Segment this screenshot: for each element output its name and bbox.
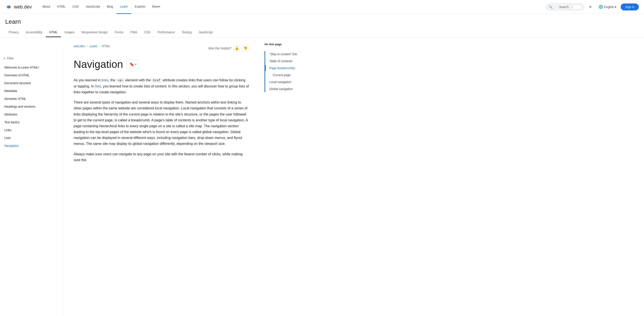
- breadcrumb-sep-2: ›: [99, 44, 100, 48]
- nav-right: 🔍 Search / ☀ 🌐 English ▾ Sign in: [546, 3, 639, 11]
- tab-images[interactable]: Images: [61, 28, 78, 37]
- thumbs-down-icon: 👎: [243, 46, 248, 50]
- toc-skip-to-content[interactable]: "Skip to content" link: [265, 51, 311, 57]
- nav-css[interactable]: CSS: [69, 0, 82, 14]
- tab-css[interactable]: CSS: [141, 28, 154, 37]
- breadcrumb-sep-1: ›: [87, 44, 88, 48]
- logo-area[interactable]: web.dev: [5, 3, 32, 10]
- href-attr-code: href: [152, 78, 162, 83]
- search-shortcut: /: [570, 5, 582, 9]
- nav-javascript[interactable]: JavaScript: [82, 0, 103, 14]
- sidebar-item-links[interactable]: Links: [0, 126, 63, 134]
- sun-icon: ☀: [589, 4, 592, 9]
- a-tag-code: <a>: [116, 78, 124, 83]
- bookmark-chevron-icon: ▾: [135, 63, 136, 66]
- thumbs-down-button[interactable]: 👎: [242, 45, 249, 52]
- left-sidebar: ≡ Filter Welcome to Learn HTML! Overview…: [0, 51, 63, 316]
- content-paragraph-3: Always make sure users can navigate to a…: [74, 151, 249, 163]
- nav-more[interactable]: More: [148, 0, 164, 14]
- nav-links: About HTML CSS JavaScript Blog Learn Exp…: [39, 0, 546, 14]
- filter-icon: ≡: [4, 57, 5, 60]
- nav-about[interactable]: About: [39, 0, 54, 14]
- bookmark-button[interactable]: 🔖 ▾: [126, 60, 139, 69]
- learn-header: Learn: [0, 14, 644, 28]
- breadcrumb-webdev[interactable]: web.dev: [74, 44, 85, 48]
- sidebar-item-headings[interactable]: Headings and sections: [0, 103, 63, 111]
- nav-blog[interactable]: Blog: [104, 0, 116, 14]
- thumbs-up-button[interactable]: 👍: [233, 45, 240, 52]
- sign-in-button[interactable]: Sign in: [621, 3, 639, 10]
- tab-accessibility[interactable]: Accessibility: [22, 28, 46, 37]
- content-area: web.dev › Learn › HTML Was this helpful?…: [63, 37, 259, 316]
- content-paragraph-1: As you learned in links, the <a> element…: [74, 77, 249, 95]
- filter-row[interactable]: ≡ Filter: [0, 55, 63, 63]
- toc-local-navigation[interactable]: Local navigation: [265, 79, 311, 85]
- language-label: English: [604, 5, 614, 9]
- tab-responsive-design[interactable]: Responsive Design: [78, 28, 111, 37]
- logo-icon: [5, 3, 12, 10]
- globe-icon: 🌐: [599, 5, 603, 9]
- toc-page-breadcrumbs[interactable]: Page breadcrumbs: [265, 65, 311, 71]
- tab-html[interactable]: HTML: [46, 28, 61, 37]
- theme-toggle-button[interactable]: ☀: [586, 3, 594, 11]
- toc-title: On this page: [264, 43, 311, 48]
- links-link[interactable]: links: [102, 78, 108, 82]
- nav-explore[interactable]: Explore: [131, 0, 148, 14]
- sidebar-item-text-basics[interactable]: Text basics: [0, 118, 63, 126]
- category-tabs: Privacy Accessibility HTML Images Respon…: [0, 28, 644, 37]
- lists-link[interactable]: lists: [95, 84, 101, 88]
- breadcrumb-current: HTML: [102, 44, 110, 48]
- page-title-row: Navigation 🔖 ▾: [74, 58, 249, 70]
- tab-forms[interactable]: Forms: [111, 28, 127, 37]
- toc-table-of-contents[interactable]: Table of contents: [265, 58, 311, 64]
- tab-pwa[interactable]: PWA: [127, 28, 141, 37]
- sidebar-item-attributes[interactable]: Attributes: [0, 111, 63, 118]
- top-navigation: web.dev About HTML CSS JavaScript Blog L…: [0, 0, 644, 14]
- search-icon: 🔍: [549, 5, 557, 9]
- sidebar-item-welcome[interactable]: Welcome to Learn HTML!: [0, 63, 63, 71]
- tab-privacy[interactable]: Privacy: [5, 28, 22, 37]
- main-layout: ≡ Filter Welcome to Learn HTML! Overview…: [0, 37, 644, 316]
- learn-title: Learn: [5, 18, 639, 28]
- chevron-down-icon: ▾: [615, 5, 616, 9]
- language-button[interactable]: 🌐 English ▾: [596, 3, 619, 10]
- tab-performance[interactable]: Performance: [154, 28, 178, 37]
- bookmark-icon: 🔖: [130, 62, 134, 67]
- toc-list: "Skip to content" link Table of contents…: [264, 51, 311, 92]
- sidebar-item-lists[interactable]: Lists: [0, 134, 63, 142]
- toc-current-page[interactable]: Current page: [265, 72, 311, 78]
- sidebar-item-metadata[interactable]: Metadata: [0, 87, 63, 95]
- helpful-row: Was this helpful? 👍 👎: [208, 45, 249, 52]
- page-title: Navigation: [74, 58, 123, 70]
- filter-label: Filter: [7, 57, 14, 60]
- breadcrumb: web.dev › Learn › HTML: [74, 44, 110, 48]
- tab-testing[interactable]: Testing: [178, 28, 195, 37]
- helpful-text: Was this helpful?: [208, 46, 231, 50]
- sidebar-item-document-structure[interactable]: Document structure: [0, 79, 63, 87]
- thumbs-up-icon: 👍: [234, 46, 239, 50]
- right-sidebar-toc: On this page "Skip to content" link Tabl…: [259, 37, 316, 316]
- breadcrumb-learn[interactable]: Learn: [90, 44, 98, 48]
- sidebar-item-overview[interactable]: Overview of HTML: [0, 71, 63, 79]
- search-box[interactable]: 🔍 Search /: [546, 3, 585, 11]
- nav-learn[interactable]: Learn: [116, 0, 131, 14]
- toc-global-navigation[interactable]: Global navigation: [265, 86, 311, 92]
- content-paragraph-2: There are several types of navigation an…: [74, 99, 249, 147]
- sidebar-item-navigation[interactable]: Navigation: [0, 142, 63, 150]
- tab-javascript[interactable]: JavaScript: [195, 28, 216, 37]
- sidebar-item-semantic-html[interactable]: Semantic HTML: [0, 95, 63, 103]
- nav-html[interactable]: HTML: [54, 0, 69, 14]
- logo-text: web.dev: [14, 4, 32, 10]
- search-placeholder: Search: [559, 5, 568, 9]
